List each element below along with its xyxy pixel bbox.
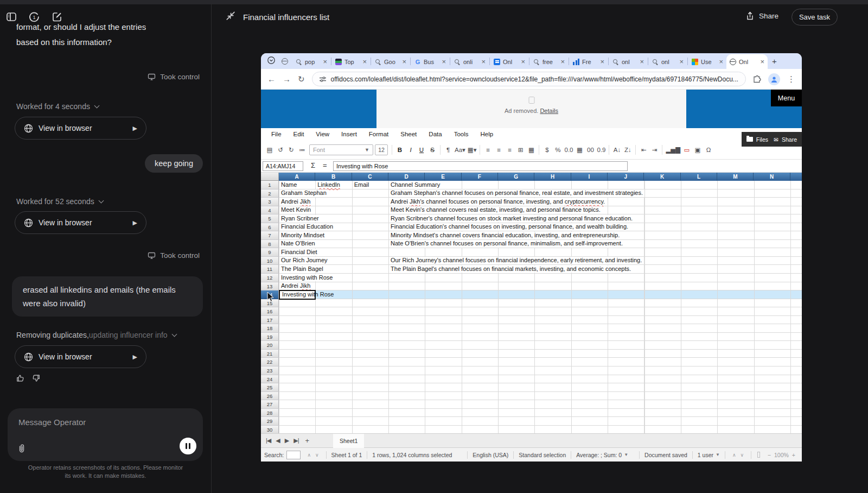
row-header-18[interactable]: 18 bbox=[261, 324, 279, 333]
thumbs-down-icon[interactable] bbox=[32, 374, 40, 382]
underline-icon[interactable]: U bbox=[416, 147, 427, 153]
site-settings-icon[interactable] bbox=[319, 75, 327, 83]
collapse-panel-icon[interactable] bbox=[226, 11, 235, 21]
row-header-1[interactable]: 1 bbox=[261, 181, 279, 189]
table-row[interactable]: 29 bbox=[261, 417, 802, 426]
extension-icon[interactable] bbox=[753, 75, 761, 83]
column-header-B[interactable]: B bbox=[315, 173, 352, 181]
row-header-12[interactable]: 12 bbox=[261, 274, 279, 282]
row-header-22[interactable]: 22 bbox=[261, 358, 279, 366]
row-body-23[interactable] bbox=[279, 366, 802, 375]
indent-increase-icon[interactable]: ⇥ bbox=[649, 146, 660, 154]
row-header-23[interactable]: 23 bbox=[261, 366, 279, 375]
table-row[interactable]: 17 bbox=[261, 316, 802, 325]
zoom-in-button[interactable]: + bbox=[792, 452, 795, 458]
row-header-30[interactable]: 30 bbox=[261, 426, 279, 433]
row-body-18[interactable] bbox=[279, 324, 802, 333]
search-down-icon[interactable]: ∨ bbox=[315, 452, 319, 458]
table-row[interactable]: 23 bbox=[261, 366, 802, 375]
column-header-I[interactable]: I bbox=[571, 173, 608, 181]
tab-close-icon[interactable]: × bbox=[442, 59, 446, 65]
row-header-24[interactable]: 24 bbox=[261, 375, 279, 384]
view-in-browser-button-1[interactable]: View in browser ▶ bbox=[15, 117, 146, 140]
row-header-3[interactable]: 3 bbox=[261, 198, 279, 206]
browser-tab[interactable]: pop× bbox=[292, 54, 330, 69]
column-header-E[interactable]: E bbox=[425, 173, 461, 181]
avg-sum-status[interactable]: Average: ; Sum: 0 bbox=[576, 452, 622, 458]
view-in-browser-button-3[interactable]: View in browser ▶ bbox=[15, 345, 146, 368]
table-row[interactable]: 10Our Rich JourneyOur Rich Journey's cha… bbox=[261, 257, 802, 266]
undo-icon[interactable]: ↺ bbox=[275, 146, 286, 154]
row-header-16[interactable]: 16 bbox=[261, 307, 279, 316]
align-center-icon[interactable]: ≡ bbox=[493, 147, 504, 153]
row-body-27[interactable] bbox=[279, 400, 802, 409]
compose-icon[interactable] bbox=[51, 11, 63, 23]
row-body-29[interactable] bbox=[279, 417, 802, 426]
column-header-N[interactable]: N bbox=[754, 173, 790, 181]
ad-details-link[interactable]: Details bbox=[540, 108, 558, 114]
row-header-25[interactable]: 25 bbox=[261, 383, 279, 392]
table-row[interactable]: 3Andrei JikhAndrei Jikh's channel focuse… bbox=[261, 198, 802, 206]
page-view-icon[interactable] bbox=[757, 452, 760, 458]
row-header-27[interactable]: 27 bbox=[261, 400, 279, 409]
tab-close-icon[interactable]: × bbox=[402, 59, 406, 65]
browser-tab[interactable]: onl× bbox=[609, 54, 647, 69]
table-icon[interactable]: ▦ bbox=[526, 146, 537, 154]
wrap-text-icon[interactable]: ¶ bbox=[443, 147, 454, 153]
row-body-3[interactable]: Andrei JikhAndrei Jikh's channel focuses… bbox=[279, 198, 802, 206]
row-header-2[interactable]: 2 bbox=[261, 189, 279, 198]
browser-tab[interactable]: free× bbox=[530, 54, 568, 69]
row-body-28[interactable] bbox=[279, 409, 802, 418]
column-header-D[interactable]: D bbox=[388, 173, 425, 181]
table-row[interactable]: 25 bbox=[261, 383, 802, 392]
prev-sheet-icon[interactable]: ◀ bbox=[276, 437, 279, 444]
row-body-26[interactable] bbox=[279, 392, 802, 401]
row-body-11[interactable]: The Plain BagelThe Plain Bagel's channel… bbox=[279, 265, 802, 274]
worked-step-2[interactable]: Worked for 52 seconds bbox=[16, 197, 103, 206]
table-row[interactable]: 26 bbox=[261, 392, 802, 401]
activity-status[interactable]: Removing duplicates, updating influencer… bbox=[16, 331, 176, 339]
forward-icon[interactable]: → bbox=[283, 74, 291, 84]
scroll-down-icon[interactable]: ∨ bbox=[741, 452, 744, 458]
row-body-20[interactable] bbox=[279, 341, 802, 350]
url-field[interactable]: offidocs.com/loleaflet/dist/loleaflet.ht… bbox=[312, 72, 746, 86]
currency-icon[interactable]: $ bbox=[541, 147, 552, 153]
pause-button[interactable] bbox=[180, 438, 196, 454]
row-header-7[interactable]: 7 bbox=[261, 231, 279, 240]
table-row[interactable]: 11The Plain BagelThe Plain Bagel's chann… bbox=[261, 265, 802, 274]
row-body-16[interactable] bbox=[279, 307, 802, 316]
page-menu-button[interactable]: Menu bbox=[771, 90, 802, 106]
table-row[interactable]: 24 bbox=[261, 375, 802, 384]
date-format-icon[interactable]: ▦ bbox=[574, 146, 585, 154]
view-in-browser-button-2[interactable]: View in browser ▶ bbox=[15, 211, 146, 234]
browser-menu-kebab-icon[interactable]: ⋮ bbox=[787, 74, 795, 84]
tab-close-icon[interactable]: × bbox=[362, 59, 367, 65]
special-character-icon[interactable]: Ω bbox=[703, 147, 714, 153]
cell-reference-box[interactable]: A14:AMJ14 bbox=[263, 161, 303, 171]
profile-avatar[interactable] bbox=[768, 73, 780, 85]
browser-tab[interactable]: onl× bbox=[649, 54, 687, 69]
row-body-4[interactable]: Meet KevinMeet Kevin's channel covers re… bbox=[279, 206, 802, 215]
table-row[interactable]: 20 bbox=[261, 341, 802, 350]
save-icon[interactable]: ▤ bbox=[264, 146, 275, 154]
row-header-9[interactable]: 9 bbox=[261, 248, 279, 257]
column-header-M[interactable]: M bbox=[717, 173, 754, 181]
share-task-button[interactable]: Share bbox=[746, 11, 778, 21]
reload-icon[interactable]: ↻ bbox=[298, 74, 305, 84]
browser-tab[interactable]: GBus× bbox=[411, 54, 449, 69]
bold-icon[interactable]: B bbox=[394, 147, 405, 153]
number-format-icon[interactable]: 0.0 bbox=[563, 147, 574, 153]
table-row[interactable]: 22 bbox=[261, 358, 802, 366]
row-header-21[interactable]: 21 bbox=[261, 350, 279, 358]
tab-close-icon[interactable]: × bbox=[323, 59, 327, 65]
table-row[interactable]: 13Andrei Jikh bbox=[261, 282, 802, 291]
search-up-icon[interactable]: ∧ bbox=[307, 452, 311, 458]
table-row[interactable]: 19 bbox=[261, 333, 802, 342]
table-row[interactable]: 18 bbox=[261, 324, 802, 333]
column-header-J[interactable]: J bbox=[608, 173, 644, 181]
table-row[interactable]: 1NameLinkedInEmailChannel Summary bbox=[261, 181, 802, 189]
align-right-icon[interactable]: ≡ bbox=[504, 147, 515, 153]
clone-formatting-icon[interactable]: ≔ bbox=[297, 146, 308, 154]
panel-toggle-icon[interactable] bbox=[5, 11, 17, 23]
table-row[interactable]: 16 bbox=[261, 307, 802, 316]
